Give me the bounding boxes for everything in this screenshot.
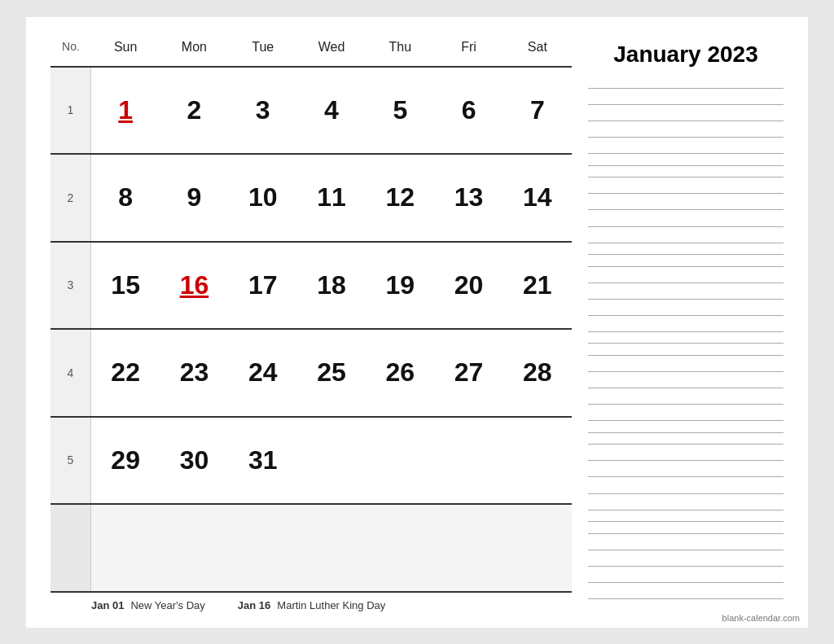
day-21: 21 [503, 262, 572, 309]
empty-day-7: . [503, 524, 572, 571]
day-empty-1: . [297, 437, 366, 484]
day-8: 8 [91, 174, 160, 221]
day-4: 4 [297, 87, 366, 134]
notes-line [588, 226, 784, 227]
friday-header: Fri [434, 33, 503, 61]
day-23: 23 [160, 349, 228, 396]
notes-line [588, 566, 784, 567]
empty-day-2: . [160, 524, 228, 571]
holidays-section: Jan 01 New Year's Day Jan 16 Martin Luth… [50, 599, 572, 611]
notes-line [588, 193, 784, 194]
notes-line [588, 388, 784, 388]
day-11: 11 [297, 174, 366, 221]
holiday-2-date: Jan 16 [238, 599, 270, 611]
day-17: 17 [229, 262, 297, 309]
notes-line [588, 283, 784, 283]
day-10: 10 [229, 174, 297, 221]
no-column-header: No. [50, 33, 91, 61]
notes-line [588, 476, 784, 477]
notes-line [588, 315, 784, 316]
holiday-2-name: Martin Luther King Day [277, 599, 385, 611]
notes-line [588, 243, 784, 243]
notes-line [588, 598, 784, 599]
week-number-5: 5 [50, 418, 91, 504]
day-24: 24 [229, 349, 297, 396]
holiday-2: Jan 16 Martin Luther King Day [238, 599, 385, 611]
day-22: 22 [91, 349, 160, 396]
day-15: 15 [91, 262, 160, 309]
day-12: 12 [366, 174, 434, 221]
tuesday-header: Tue [229, 33, 297, 61]
notes-lines-container [588, 77, 784, 611]
notes-line [588, 493, 784, 494]
notes-week-5[interactable] [588, 433, 784, 522]
holiday-1-date: Jan 01 [91, 599, 124, 611]
week-number-2: 2 [50, 155, 91, 241]
day-14: 14 [503, 174, 572, 221]
notes-line [588, 582, 784, 583]
notes-line [588, 404, 784, 405]
holiday-1-name: New Year's Day [130, 599, 204, 611]
week-row-3: 3 15 16 17 18 19 20 21 [50, 243, 572, 331]
notes-line [588, 420, 784, 421]
notes-week-4[interactable] [588, 344, 784, 432]
notes-week-extra[interactable] [588, 522, 784, 611]
week-row-1: 1 1 2 3 4 5 6 7 [50, 68, 572, 156]
day-13: 13 [434, 174, 503, 221]
notes-line [588, 209, 784, 210]
week-row-5: 5 29 30 31 . . . . [50, 418, 572, 506]
watermark: blank-calendar.com [722, 613, 800, 623]
wednesday-header: Wed [297, 33, 366, 61]
notes-line [588, 371, 784, 372]
notes-week-2[interactable] [588, 166, 784, 255]
holiday-1: Jan 01 New Year's Day [91, 599, 205, 611]
day-empty-3: . [434, 437, 503, 484]
notes-line [588, 137, 784, 138]
day-26: 26 [366, 349, 434, 396]
calendar-section: No. Sun Mon Tue Wed Thu Fri Sat 1 1 2 3 … [50, 33, 572, 611]
day-19: 19 [366, 262, 434, 309]
week-number-4: 4 [50, 330, 91, 416]
sunday-header: Sun [91, 33, 160, 61]
empty-day-6: . [434, 524, 503, 571]
notes-line [588, 355, 784, 356]
day-empty-4: . [503, 437, 572, 484]
day-9: 9 [160, 174, 228, 221]
calendar-page: No. Sun Mon Tue Wed Thu Fri Sat 1 1 2 3 … [26, 17, 808, 628]
notes-section: January 2023 [572, 33, 784, 611]
day-28: 28 [503, 349, 572, 396]
day-empty-2: . [366, 437, 434, 484]
week-number-1: 1 [50, 68, 91, 154]
notes-line [588, 177, 784, 177]
notes-line [588, 266, 784, 267]
notes-line [588, 533, 784, 534]
calendar-header: No. Sun Mon Tue Wed Thu Fri Sat [50, 33, 572, 68]
day-6: 6 [434, 87, 503, 134]
week-row-empty: . . . . . . . [50, 505, 572, 593]
notes-line [588, 153, 784, 154]
calendar-body: 1 1 2 3 4 5 6 7 2 8 9 10 11 12 13 14 [50, 68, 572, 593]
day-29: 29 [91, 437, 160, 484]
day-31: 31 [229, 437, 297, 484]
day-5: 5 [366, 87, 434, 134]
thursday-header: Thu [366, 33, 434, 61]
day-20: 20 [434, 262, 503, 309]
notes-week-1[interactable] [588, 77, 784, 166]
notes-line [588, 104, 784, 105]
notes-line [588, 460, 784, 461]
week-row-4: 4 22 23 24 25 26 27 28 [50, 330, 572, 418]
day-30: 30 [160, 437, 228, 484]
day-1: 1 [91, 87, 160, 134]
week-row-2: 2 8 9 10 11 12 13 14 [50, 155, 572, 243]
notes-line [588, 299, 784, 300]
empty-day-3: . [229, 524, 297, 571]
day-3: 3 [229, 87, 297, 134]
empty-day-4: . [297, 524, 366, 571]
calendar-title: January 2023 [588, 42, 784, 68]
notes-week-3[interactable] [588, 255, 784, 344]
notes-line [588, 88, 784, 89]
notes-line [588, 510, 784, 510]
empty-day-5: . [366, 524, 434, 571]
notes-line [588, 550, 784, 550]
day-7: 7 [503, 87, 572, 134]
